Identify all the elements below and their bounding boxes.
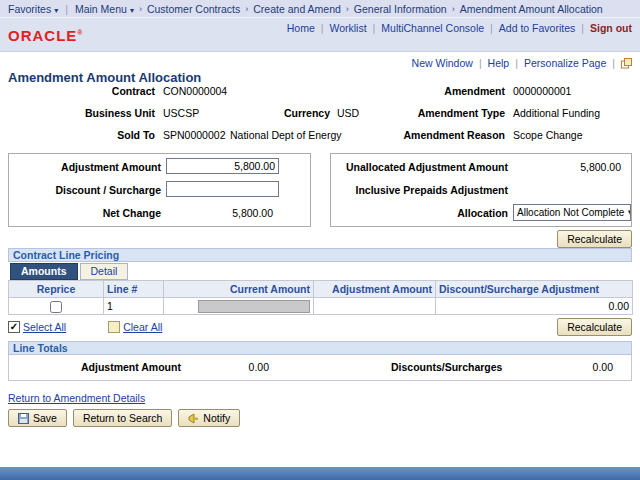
clear-all-link: Clear All [123,321,162,333]
page-link-separator: | [479,57,482,69]
page-title: Amendment Amount Allocation [8,70,201,85]
amendment-value: 0000000001 [513,85,571,97]
breadcrumb-item-create-and-amend[interactable]: Create and Amend [253,3,341,15]
business-unit-value: USCSP [163,107,199,119]
pricing-tabs: Amounts Detail [8,263,632,280]
contract-label: Contract [60,85,155,97]
column-header-discount-surcharge-adjustment: Discount/Surcharge Adjustment [436,281,633,298]
save-button-label: Save [33,412,57,424]
breadcrumb-separator-icon: › [452,4,455,14]
save-button[interactable]: Save [8,409,67,427]
header-link-add-to-favorites[interactable]: Add to Favorites [499,22,575,34]
table-row: 1 0.00 [9,298,633,315]
currency-label: Currency [250,107,330,119]
current-amount-cell [198,300,310,313]
header-link-separator: | [581,22,584,34]
unallocated-adjustment-value: 5,800.00 [513,161,621,173]
new-window-icon[interactable] [621,58,632,69]
chevron-down-icon: ▾ [130,6,134,15]
adjustment-group-box: Adjustment Amount Discount / Surcharge N… [8,153,311,227]
header-link-separator: | [373,22,376,34]
page-utility-links: New Window | Help | Personalize Page | [412,57,632,69]
sold-to-label: Sold To [60,129,155,141]
recalculate-button-top[interactable]: Recalculate [557,230,632,248]
business-unit-label: Business Unit [60,107,155,119]
net-change-value: 5,800.00 [166,207,273,219]
lower-main: Contract Line Pricing Amounts Detail Rep… [8,248,632,427]
discount-surcharge-label: Discount / Surcharge [14,184,161,196]
amendment-label: Amendment [380,85,505,97]
breadcrumb-item-customer-contracts[interactable]: Customer Contracts [147,3,240,15]
sign-out-link[interactable]: Sign out [590,22,632,34]
help-link[interactable]: Help [488,57,510,69]
allocation-select-value: Allocation Not Complete [517,207,624,218]
currency-value: USD [337,107,359,119]
column-header-reprice: Reprice [9,281,104,298]
breadcrumb-main-menu[interactable]: Main Menu▾ [75,3,134,15]
grid-actions-row: ✓ Select All Clear All Recalculate [8,318,632,336]
discount-surcharge-input[interactable] [166,181,279,197]
new-window-link[interactable]: New Window [412,57,473,69]
adjustment-amount-label: Adjustment Amount [14,161,161,173]
clear-all[interactable]: Clear All [108,321,162,333]
save-icon [18,413,29,424]
empty-checkbox-icon [108,321,120,333]
totals-discounts-surcharges-label: Discounts/Surcharges [391,361,521,373]
sold-to-value: SPN0000002 [163,129,225,141]
breadcrumb-divider: | [65,3,68,15]
breadcrumb-favorites-label: Favorites [8,3,51,15]
breadcrumb-item-general-information[interactable]: General Information [354,3,447,15]
inclusive-prepaids-label: Inclusive Prepaids Adjustment [334,184,508,196]
breadcrumb-separator-icon: › [346,4,349,14]
allocation-select[interactable]: Allocation Not Complete ▼ [513,204,631,221]
amendment-reason-value: Scope Change [513,129,582,141]
contract-line-pricing-header: Contract Line Pricing [8,248,632,262]
amendment-type-value: Additional Funding [513,107,600,119]
unallocated-adjustment-label: Unallocated Adjustment Amount [334,161,508,173]
adjustment-amount-input[interactable] [166,158,279,174]
chevron-down-icon: ▼ [626,208,631,217]
toolbar-buttons: Save Return to Search Notify [8,409,632,427]
recalculate-button-bottom[interactable]: Recalculate [557,318,632,336]
adjustment-amount-cell [314,298,436,315]
tab-detail[interactable]: Detail [80,263,129,280]
sold-to-name: National Dept of Energy [230,129,341,141]
return-to-search-button-label: Return to Search [83,412,162,424]
allocation-group-box: Unallocated Adjustment Amount 5,800.00 I… [330,153,632,227]
line-totals-box: Adjustment Amount 0.00 Discounts/Surchar… [8,355,632,381]
notify-icon [188,413,199,424]
line-number-cell: 1 [104,298,164,315]
header-link-separator: | [490,22,493,34]
column-header-line: Line # [104,281,164,298]
registered-mark: ® [77,29,82,36]
checked-checkbox-icon: ✓ [8,321,20,333]
line-totals-section: Line Totals Adjustment Amount 0.00 Disco… [8,341,632,381]
oracle-logo: ORACLE® [8,27,83,44]
amendment-type-label: Amendment Type [380,107,505,119]
select-all-link: Select All [23,321,66,333]
column-header-current-amount: Current Amount [164,281,314,298]
chevron-down-icon: ▾ [54,6,58,15]
page-link-separator: | [515,57,518,69]
personalize-page-link[interactable]: Personalize Page [524,57,606,69]
app-header: ORACLE® Home | Worklist | MultiChannel C… [0,18,640,52]
amendment-reason-label: Amendment Reason [368,129,505,141]
return-to-amendment-details-link[interactable]: Return to Amendment Details [8,392,145,404]
breadcrumb-main-menu-label: Main Menu [75,3,127,15]
breadcrumb-separator-icon: › [245,4,248,14]
return-to-search-button[interactable]: Return to Search [73,409,172,427]
header-link-worklist[interactable]: Worklist [329,22,366,34]
breadcrumb: Favorites▾ | Main Menu▾ › Customer Contr… [0,0,640,18]
select-all[interactable]: ✓ Select All [8,321,66,333]
breadcrumb-item-amendment-amount-allocation: Amendment Amount Allocation [460,3,603,15]
tab-amounts[interactable]: Amounts [10,263,78,280]
header-link-home[interactable]: Home [287,22,315,34]
header-link-multichannel-console[interactable]: MultiChannel Console [381,22,484,34]
net-change-label: Net Change [14,207,161,219]
reprice-checkbox[interactable] [50,301,62,313]
totals-adjustment-amount-value: 0.00 [169,361,269,373]
notify-button[interactable]: Notify [178,409,240,427]
page-link-separator: | [612,57,615,69]
amendment-amount-allocation-page: Favorites▾ | Main Menu▾ › Customer Contr… [0,0,640,480]
breadcrumb-favorites[interactable]: Favorites▾ [8,3,58,15]
